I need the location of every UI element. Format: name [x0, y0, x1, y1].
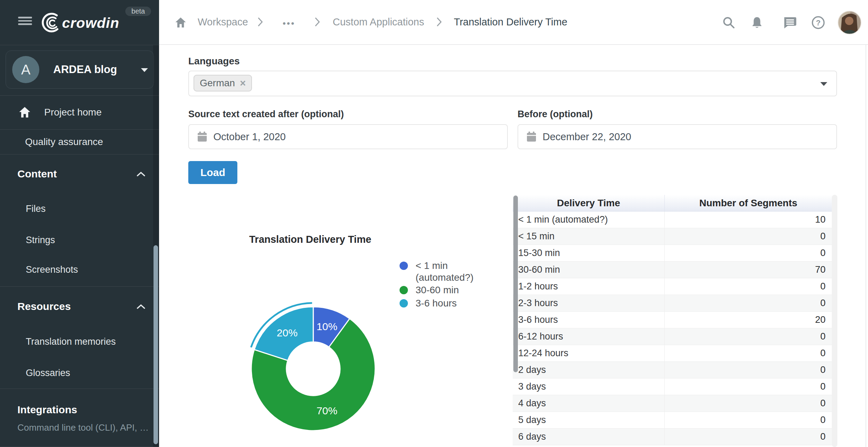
legend-item-30-60min[interactable]: 30-60 min	[400, 284, 459, 296]
slice-percent-label: 20%	[277, 327, 298, 338]
help-button[interactable]: ?	[811, 0, 825, 45]
table-row[interactable]: < 15 min0	[513, 228, 832, 245]
table-row[interactable]: 4 days0	[513, 395, 832, 412]
window-scrollbar-edge	[866, 45, 866, 447]
legend-item-lt1min[interactable]: < 1 min(automated?)	[400, 260, 474, 284]
sidebar-section-content[interactable]: Content	[0, 166, 153, 182]
sidebar-item-quality-assurance[interactable]: Quality assurance	[0, 129, 153, 154]
segments-count-cell: 0	[665, 412, 832, 428]
user-avatar[interactable]	[838, 0, 861, 45]
bell-icon	[751, 16, 763, 29]
calendar-icon	[527, 131, 536, 142]
table-row[interactable]: 15-30 min0	[513, 245, 832, 262]
segments-count-cell: 0	[665, 295, 832, 311]
segments-table-body: < 1 min (automated?)10< 15 min015-30 min…	[513, 211, 832, 445]
sidebar-item-strings[interactable]: Strings	[0, 232, 153, 248]
column-header-delivery-time[interactable]: Delivery Time	[513, 195, 665, 211]
sidebar-item-glossaries[interactable]: Glossaries	[0, 365, 153, 381]
sidebar-item-screenshots[interactable]: Screenshots	[0, 261, 153, 278]
table-row[interactable]: 30-60 min70	[513, 262, 832, 278]
breadcrumb-workspace[interactable]: Workspace	[198, 16, 248, 28]
column-header-number-of-segments[interactable]: Number of Segments	[665, 195, 832, 211]
delivery-time-cell: 6 days	[513, 429, 665, 445]
sidebar-item-label: Glossaries	[26, 368, 70, 378]
question-mark-icon: ?	[811, 16, 825, 30]
chat-icon	[783, 16, 797, 29]
sidebar-item-files[interactable]: Files	[0, 200, 153, 217]
date-before-value: December 22, 2020	[543, 131, 631, 143]
sidebar-item-project-home[interactable]: Project home	[0, 103, 153, 121]
sidebar-scrollbar-thumb[interactable]	[153, 245, 158, 444]
legend-label: 30-60 min	[416, 284, 459, 296]
delivery-time-cell: < 15 min	[513, 228, 665, 245]
integrations-subtitle-text: Command line tool (CLI), API, …	[17, 422, 149, 433]
segments-count-cell: 0	[665, 362, 832, 378]
delivery-time-cell: 2-3 hours	[513, 295, 665, 311]
date-after-input[interactable]: October 1, 2020	[188, 124, 508, 149]
table-header: Delivery Time Number of Segments	[513, 195, 832, 211]
chevron-up-icon	[137, 304, 145, 309]
table-row[interactable]: 3-6 hours20	[513, 312, 832, 328]
integrations-subtitle: Command line tool (CLI), API, …	[0, 420, 153, 435]
remove-tag-icon[interactable]: ×	[240, 78, 246, 89]
table-row[interactable]: 6-12 hours0	[513, 328, 832, 345]
delivery-time-cell: 6-12 hours	[513, 328, 665, 345]
legend-dot	[400, 262, 408, 270]
segments-count-cell: 0	[665, 278, 832, 295]
section-title: Content	[17, 168, 57, 180]
table-row[interactable]: 6 days0	[513, 429, 832, 445]
table-row[interactable]: 3 days0	[513, 378, 832, 395]
app-window: crowdin beta A ARDEA blog Project home Q…	[0, 0, 868, 447]
search-icon	[722, 16, 735, 29]
delivery-time-cell: 3-6 hours	[513, 312, 665, 328]
project-avatar: A	[12, 56, 39, 83]
table-row[interactable]: < 1 min (automated?)10	[513, 211, 832, 228]
beta-badge: beta	[125, 7, 151, 16]
home-icon[interactable]	[175, 16, 187, 28]
project-selector[interactable]: A ARDEA blog	[6, 50, 154, 89]
sidebar-item-label: Files	[26, 203, 46, 214]
segments-count-cell: 0	[665, 345, 832, 361]
segments-count-cell: 0	[665, 395, 832, 412]
caret-down-icon	[141, 68, 148, 72]
slice-percent-label: 10%	[316, 321, 337, 332]
breadcrumb-chevron-icon	[315, 17, 320, 27]
table-row[interactable]: 5 days0	[513, 412, 832, 429]
segments-count-cell: 10	[665, 211, 832, 228]
breadcrumb-custom-applications[interactable]: Custom Applications	[333, 16, 424, 28]
table-scrollbar-thumb[interactable]	[513, 195, 518, 372]
search-button[interactable]	[722, 0, 735, 45]
main-content: Languages German × Source text created a…	[159, 45, 868, 447]
notifications-button[interactable]	[751, 0, 763, 45]
svg-text:?: ?	[816, 18, 821, 27]
date-before-input[interactable]: December 22, 2020	[518, 124, 837, 149]
breadcrumb-current-page: Translation Delivery Time	[454, 16, 567, 28]
table-row[interactable]: 2 days0	[513, 362, 832, 378]
segments-count-cell: 0	[665, 429, 832, 445]
legend-label: 3-6 hours	[416, 297, 457, 309]
table-row[interactable]: 12-24 hours0	[513, 345, 832, 362]
segments-count-cell: 0	[665, 328, 832, 345]
language-tag-label: German	[200, 78, 235, 89]
languages-select[interactable]: German ×	[188, 71, 837, 96]
hamburger-menu-icon[interactable]	[18, 17, 32, 25]
avatar-photo	[838, 11, 861, 34]
sidebar-item-translation-memories[interactable]: Translation memories	[0, 333, 153, 350]
sidebar: crowdin beta A ARDEA blog Project home Q…	[0, 0, 159, 447]
legend-item-3-6hours[interactable]: 3-6 hours	[400, 297, 457, 309]
load-button[interactable]: Load	[188, 161, 237, 184]
messages-button[interactable]	[783, 0, 797, 45]
segments-count-cell: 20	[665, 312, 832, 328]
delivery-time-cell: 1-2 hours	[513, 278, 665, 295]
breadcrumb-ellipsis[interactable]: •••	[283, 18, 295, 29]
sidebar-section-integrations[interactable]: Integrations	[0, 401, 153, 418]
table-row[interactable]: 2-3 hours0	[513, 295, 832, 312]
delivery-time-cell: 15-30 min	[513, 245, 665, 261]
table-row[interactable]: 1-2 hours0	[513, 278, 832, 295]
sidebar-item-label: Translation memories	[26, 336, 116, 347]
segments-count-cell: 70	[665, 262, 832, 278]
breadcrumb-chevron-icon	[258, 17, 263, 27]
sidebar-section-resources[interactable]: Resources	[0, 298, 153, 315]
delivery-time-cell: 30-60 min	[513, 262, 665, 278]
segments-count-cell: 0	[665, 378, 832, 395]
